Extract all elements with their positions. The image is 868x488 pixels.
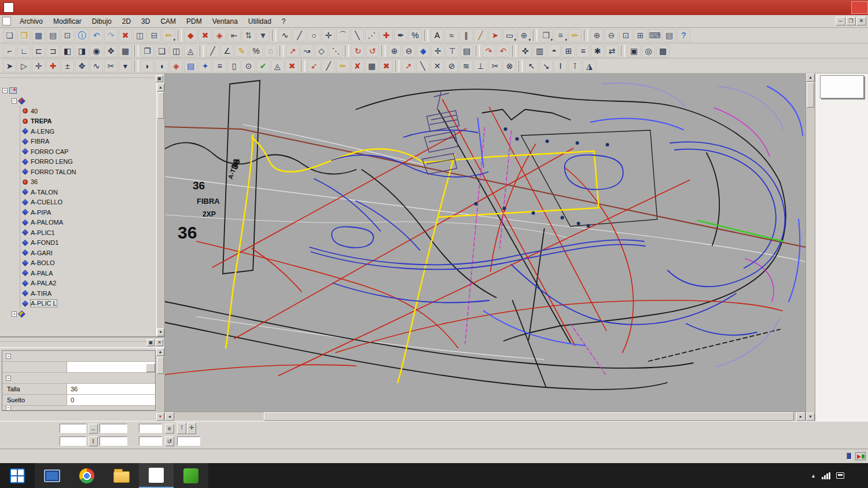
delete-icon[interactable]: ✖	[119, 29, 132, 42]
list-icon[interactable]: ≡	[165, 424, 174, 434]
preview-icon[interactable]: ⊡	[61, 29, 74, 42]
target-line-icon[interactable]: ⊙	[242, 60, 255, 72]
taskbar-green-app-button[interactable]	[174, 463, 208, 488]
play-left-icon[interactable]: ◖	[155, 60, 168, 72]
tree-item[interactable]: TREPA	[23, 116, 164, 127]
tree-item[interactable]: A-TALON	[23, 187, 164, 197]
point-icon[interactable]: ✛	[322, 29, 335, 42]
edit-pencil-icon[interactable]: ✏	[568, 29, 582, 42]
ibeam-icon[interactable]: Ⅰ	[554, 60, 567, 72]
swap-icon[interactable]: ⇄	[605, 45, 619, 57]
print-icon[interactable]: ▤	[46, 29, 60, 42]
info-icon[interactable]: ⓘ	[75, 29, 89, 42]
expand-3d-icon[interactable]: +	[12, 311, 17, 317]
text-icon[interactable]: A	[431, 29, 444, 42]
taskbar-chrome-button[interactable]	[69, 463, 104, 488]
mode-indicator[interactable]	[845, 453, 852, 460]
scroll-thumb[interactable]	[807, 82, 814, 108]
half-right-icon[interactable]: ◨	[75, 45, 89, 57]
scroll-up-icon[interactable]: ▲	[156, 348, 164, 356]
section-general[interactable]: −	[2, 351, 155, 362]
open-file-icon[interactable]: ❐	[17, 29, 31, 42]
tree-item[interactable]: FIBRA	[23, 137, 164, 147]
print-draw-icon[interactable]: ▤	[663, 29, 676, 42]
rotate-ccw-icon[interactable]: ↺	[366, 45, 379, 57]
tree-item[interactable]: A-PALA2	[23, 278, 164, 289]
undo-icon[interactable]: ↶	[90, 29, 103, 42]
undo-small-icon[interactable]: ↶	[496, 45, 510, 57]
delete-node-icon[interactable]: ✖	[285, 60, 299, 72]
tree-item[interactable]: A-TIRA	[23, 288, 164, 299]
list-lines-icon[interactable]: ≡	[213, 60, 226, 72]
zoom-window-icon[interactable]: ⊡	[619, 29, 632, 42]
node-dots-icon[interactable]: ⋰	[365, 29, 378, 42]
arc-icon[interactable]: ⌒	[336, 29, 350, 42]
scroll-right-icon[interactable]: ►	[796, 412, 806, 421]
snap-point-icon[interactable]: ✛	[32, 60, 45, 72]
dock-panel-icon[interactable]: ▣	[156, 75, 163, 82]
rectangle-icon[interactable]: ▭▾	[503, 29, 516, 42]
scroll-thumb[interactable]	[157, 357, 164, 374]
section-propiedades[interactable]: −	[2, 373, 155, 384]
rotate-icon[interactable]: ↺	[165, 436, 174, 446]
filled-box-icon[interactable]: ▣	[627, 45, 641, 57]
copy-page-icon[interactable]: ❐	[141, 45, 154, 57]
check-icon[interactable]: ✔	[256, 60, 270, 72]
spline-icon[interactable]: ∿	[278, 29, 292, 42]
hatch-box-icon[interactable]: ▤	[460, 45, 473, 57]
tree-item[interactable]: A-CUELLO	[23, 197, 164, 208]
collapse-2d-icon[interactable]: −	[12, 98, 17, 104]
tree-item[interactable]: 40	[23, 106, 164, 116]
save-icon[interactable]: ▦	[32, 29, 45, 42]
collapse-section-icon[interactable]: −	[6, 376, 11, 381]
pen-icon[interactable]: ✒	[394, 29, 407, 42]
tree-item[interactable]: A-LENG	[23, 126, 164, 137]
tree-item[interactable]: A-GARI	[23, 248, 164, 258]
hidden-icons-icon[interactable]: ▲	[811, 473, 816, 479]
taskbar-computer-button[interactable]	[35, 463, 69, 488]
menu-item[interactable]: Utilidad	[243, 16, 277, 27]
node-diamond-icon[interactable]: ◇	[315, 45, 328, 57]
menu-item[interactable]: Dibujo	[87, 16, 117, 27]
dotted-circle-icon[interactable]: ◌	[264, 45, 277, 57]
vertical-scrollbar[interactable]: ▲ ▼	[806, 74, 815, 421]
taskbar-naxos-button[interactable]	[139, 463, 174, 488]
menu-item[interactable]: Modificar	[48, 16, 87, 27]
document-icon[interactable]	[2, 17, 11, 25]
percent-tool-icon[interactable]: %	[249, 45, 263, 57]
measure-icon[interactable]: ╱	[474, 29, 487, 42]
zoom-out-icon[interactable]: ⊖	[605, 29, 618, 42]
x-coordinate-input[interactable]	[60, 424, 86, 433]
zoom-all-icon[interactable]: ⊞	[634, 29, 647, 42]
add-point-icon[interactable]: ✚	[380, 29, 393, 42]
tree-item[interactable]: FORRO LENG	[23, 157, 164, 167]
height-icon[interactable]: Ⅰ	[89, 436, 98, 446]
cut-curve-icon[interactable]: ✂	[104, 60, 117, 72]
line-icon[interactable]: ╱	[293, 29, 306, 42]
move-node-icon[interactable]: ✥	[75, 60, 89, 72]
arrow-marker-icon[interactable]: ➤	[488, 29, 502, 42]
dropdown-arrow-icon[interactable]: ▾	[514, 38, 516, 42]
plus-minus-icon[interactable]: ±	[61, 60, 74, 72]
waves-icon[interactable]: ≋	[459, 60, 473, 72]
dropdown-arrow-icon[interactable]: ▾	[173, 38, 175, 42]
zoom-in-icon[interactable]: ⊕	[590, 29, 604, 42]
bullseye-icon[interactable]: ◎	[642, 45, 655, 57]
collapse-section-icon[interactable]: −	[6, 406, 11, 410]
restore-button[interactable]	[834, 1, 851, 14]
close-button[interactable]	[851, 1, 868, 14]
circle-dot-icon[interactable]: ◉	[90, 45, 103, 57]
columns-icon[interactable]: ▯	[227, 60, 241, 72]
collapse-left-icon[interactable]: ⇤	[227, 29, 241, 42]
minimize-button[interactable]	[818, 1, 834, 14]
text-wave-icon[interactable]: ≈	[445, 29, 458, 42]
width-input[interactable]	[100, 424, 127, 433]
dropdown-arrow-icon[interactable]: ▾	[565, 38, 567, 42]
cross-mark-icon[interactable]: ✛	[431, 45, 444, 57]
dimension-icon[interactable]: ↗	[402, 60, 415, 72]
pencil-color-icon[interactable]: ✏▾	[162, 29, 175, 42]
box-left-icon[interactable]: ⊏	[32, 45, 45, 57]
perpendicular-icon[interactable]: ⊥	[474, 60, 487, 72]
menu-item[interactable]: 2D	[117, 16, 136, 27]
triangle-dot-icon[interactable]: ◬	[184, 45, 197, 57]
